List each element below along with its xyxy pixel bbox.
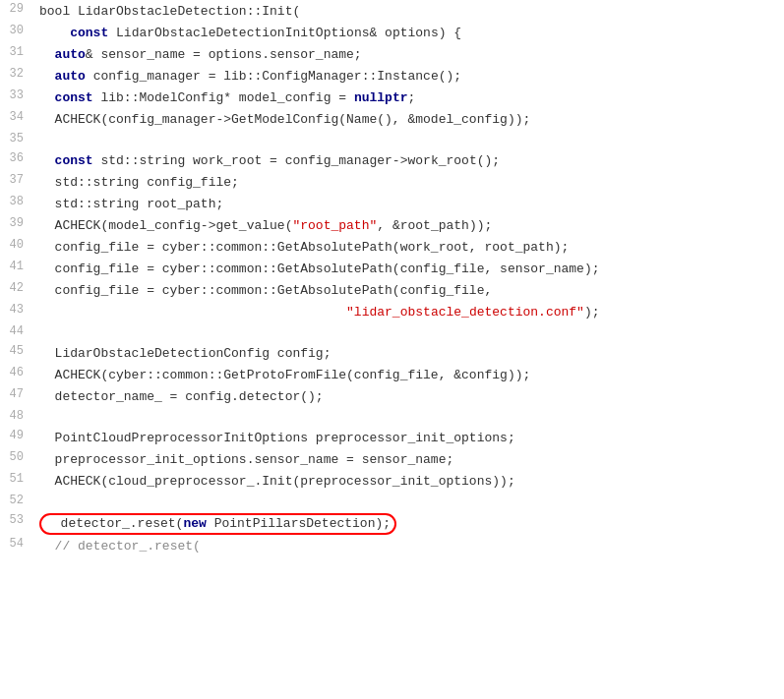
- line-number: 42: [0, 279, 35, 301]
- table-row: 31 auto& sensor_name = options.sensor_na…: [0, 43, 784, 65]
- line-number: 30: [0, 22, 35, 43]
- table-row: 30 const LidarObstacleDetectionInitOptio…: [0, 22, 784, 43]
- line-number: 49: [0, 427, 35, 448]
- table-row: 49 PointCloudPreprocessorInitOptions pre…: [0, 427, 784, 448]
- code-table: 29bool LidarObstacleDetection::Init(30 c…: [0, 0, 784, 556]
- highlighted-code: detector_.reset(new PointPillarsDetectio…: [39, 513, 396, 535]
- table-row: 47 detector_name_ = config.detector();: [0, 385, 784, 407]
- table-row: 36 const std::string work_root = config_…: [0, 149, 784, 171]
- line-number: 53: [0, 511, 35, 535]
- code-line: [35, 130, 784, 149]
- table-row: 35: [0, 130, 784, 149]
- table-row: 44: [0, 322, 784, 342]
- code-line: ACHECK(config_manager->GetModelConfig(Na…: [35, 108, 784, 130]
- code-line: auto& sensor_name = options.sensor_name;: [35, 43, 784, 65]
- line-number: 41: [0, 258, 35, 279]
- table-row: 38 std::string root_path;: [0, 193, 784, 214]
- line-number: 36: [0, 149, 35, 171]
- code-line: detector_name_ = config.detector();: [35, 385, 784, 407]
- table-row: 43 "lidar_obstacle_detection.conf");: [0, 301, 784, 322]
- code-container: 29bool LidarObstacleDetection::Init(30 c…: [0, 0, 784, 699]
- table-row: 50 preprocessor_init_options.sensor_name…: [0, 448, 784, 470]
- code-line: preprocessor_init_options.sensor_name = …: [35, 448, 784, 470]
- line-number: 31: [0, 43, 35, 65]
- line-number: 43: [0, 301, 35, 322]
- table-row: 40 config_file = cyber::common::GetAbsol…: [0, 236, 784, 258]
- code-line: std::string root_path;: [35, 193, 784, 214]
- code-line: ACHECK(cloud_preprocessor_.Init(preproce…: [35, 470, 784, 492]
- table-row: 48: [0, 407, 784, 427]
- line-number: 54: [0, 535, 35, 556]
- line-number: 48: [0, 407, 35, 427]
- table-row: 37 std::string config_file;: [0, 171, 784, 193]
- table-row: 45 LidarObstacleDetectionConfig config;: [0, 342, 784, 364]
- code-line: detector_.reset(new PointPillarsDetectio…: [35, 511, 784, 535]
- code-line: ACHECK(model_config->get_value("root_pat…: [35, 214, 784, 236]
- line-number: 45: [0, 342, 35, 364]
- code-line: ACHECK(cyber::common::GetProtoFromFile(c…: [35, 364, 784, 385]
- code-line: // detector_.reset(: [35, 535, 784, 556]
- line-number: 39: [0, 214, 35, 236]
- code-line: std::string config_file;: [35, 171, 784, 193]
- line-number: 47: [0, 385, 35, 407]
- table-row: 33 const lib::ModelConfig* model_config …: [0, 87, 784, 108]
- line-number: 37: [0, 171, 35, 193]
- line-number: 40: [0, 236, 35, 258]
- table-row: 52: [0, 492, 784, 511]
- table-row: 29bool LidarObstacleDetection::Init(: [0, 0, 784, 22]
- code-line: auto config_manager = lib::ConfigManager…: [35, 65, 784, 87]
- table-row: 39 ACHECK(model_config->get_value("root_…: [0, 214, 784, 236]
- code-line: [35, 492, 784, 511]
- table-row: 51 ACHECK(cloud_preprocessor_.Init(prepr…: [0, 470, 784, 492]
- code-line: LidarObstacleDetectionConfig config;: [35, 342, 784, 364]
- table-row: 54 // detector_.reset(: [0, 535, 784, 556]
- code-line: config_file = cyber::common::GetAbsolute…: [35, 279, 784, 301]
- table-row: 53 detector_.reset(new PointPillarsDetec…: [0, 511, 784, 535]
- line-number: 35: [0, 130, 35, 149]
- line-number: 46: [0, 364, 35, 385]
- table-row: 42 config_file = cyber::common::GetAbsol…: [0, 279, 784, 301]
- code-line: const std::string work_root = config_man…: [35, 149, 784, 171]
- line-number: 50: [0, 448, 35, 470]
- table-row: 41 config_file = cyber::common::GetAbsol…: [0, 258, 784, 279]
- code-line: bool LidarObstacleDetection::Init(: [35, 0, 784, 22]
- table-row: 46 ACHECK(cyber::common::GetProtoFromFil…: [0, 364, 784, 385]
- code-line: config_file = cyber::common::GetAbsolute…: [35, 258, 784, 279]
- code-line: const LidarObstacleDetectionInitOptions&…: [35, 22, 784, 43]
- line-number: 38: [0, 193, 35, 214]
- code-line: const lib::ModelConfig* model_config = n…: [35, 87, 784, 108]
- line-number: 29: [0, 0, 35, 22]
- code-line: PointCloudPreprocessorInitOptions prepro…: [35, 427, 784, 448]
- code-line: config_file = cyber::common::GetAbsolute…: [35, 236, 784, 258]
- table-row: 34 ACHECK(config_manager->GetModelConfig…: [0, 108, 784, 130]
- line-number: 44: [0, 322, 35, 342]
- line-number: 52: [0, 492, 35, 511]
- line-number: 51: [0, 470, 35, 492]
- table-row: 32 auto config_manager = lib::ConfigMana…: [0, 65, 784, 87]
- code-line: [35, 322, 784, 342]
- line-number: 34: [0, 108, 35, 130]
- line-number: 33: [0, 87, 35, 108]
- line-number: 32: [0, 65, 35, 87]
- code-line: [35, 407, 784, 427]
- code-line: "lidar_obstacle_detection.conf");: [35, 301, 784, 322]
